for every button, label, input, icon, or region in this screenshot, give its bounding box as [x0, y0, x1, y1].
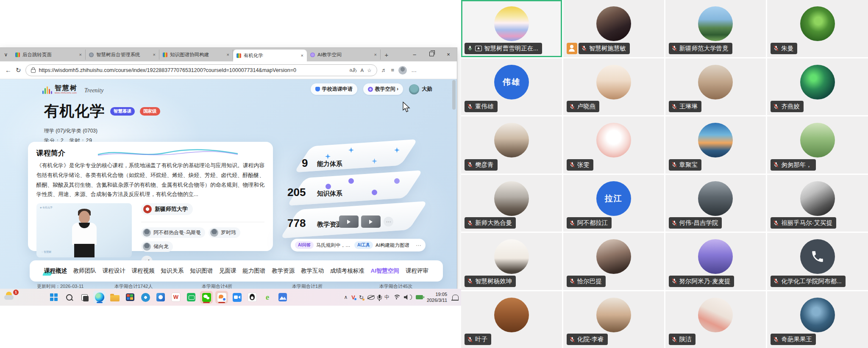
chat-app-icon[interactable] — [215, 291, 228, 304]
course-nav-tab[interactable]: 教学互动 — [301, 267, 324, 275]
participant-tile[interactable]: 何伟-昌吉学院 — [665, 175, 766, 232]
read-aloud-icon[interactable]: A — [361, 68, 364, 73]
browser-tab[interactable]: 有机化学 × — [233, 50, 307, 61]
participant-tile[interactable]: 张雯 — [563, 116, 664, 174]
course-nav-tab[interactable]: 课程评审 — [406, 267, 428, 275]
minimize-button[interactable]: – — [406, 48, 423, 61]
course-nav-tab[interactable]: AI智慧空间 — [371, 267, 400, 275]
green-app-icon[interactable] — [185, 291, 198, 304]
store-icon[interactable] — [124, 291, 136, 304]
wps-icon[interactable]: W — [170, 291, 182, 304]
course-nav-tab[interactable]: 见面课 — [219, 267, 236, 275]
participant-tile[interactable]: 化学化工学院阿布都... — [767, 233, 868, 290]
photos-app-icon[interactable] — [154, 291, 167, 304]
course-nav-tab[interactable]: 教学资源 — [272, 267, 295, 275]
weather-widget[interactable]: 1 — [4, 291, 19, 304]
participant-tile[interactable]: 智慧树曹雪明正在... — [461, 0, 562, 57]
url-field[interactable]: https://wisdomh5.zhihuishu.com/course/in… — [25, 64, 377, 76]
back-icon[interactable]: ← — [5, 66, 11, 74]
browser-tab[interactable]: 知识图谱协同构建 × — [159, 50, 233, 60]
school-apply-button[interactable]: 学校选课申请 — [311, 83, 357, 95]
translate-icon[interactable]: aあ — [349, 67, 357, 73]
participant-tile[interactable]: 樊彦青 — [461, 116, 562, 174]
favorite-star-icon[interactable]: ☆ — [367, 67, 371, 73]
user-menu[interactable]: 大勋 — [409, 84, 432, 94]
participant-tile[interactable]: 卢晓燕 — [563, 58, 664, 116]
tencent-meeting-icon[interactable] — [231, 291, 243, 304]
course-nav-tab[interactable]: 课程概述 — [44, 267, 67, 275]
tray-eye-off-icon[interactable] — [367, 295, 375, 300]
participant-tile[interactable]: 陕洁 — [665, 291, 766, 348]
task-view-icon[interactable] — [78, 291, 91, 304]
browser-menu-icon[interactable]: … — [411, 67, 417, 73]
participant-tile[interactable]: 智慧树施慧敏 — [563, 0, 664, 57]
video-thumbnail[interactable] — [361, 215, 381, 228]
participant-tile[interactable]: 章聚宝 — [665, 116, 766, 174]
edge-icon[interactable] — [93, 291, 106, 304]
video-thumbnail[interactable] — [339, 215, 359, 228]
ime-indicator[interactable]: 中 — [384, 294, 389, 301]
refresh-icon[interactable]: ↻ — [16, 66, 21, 74]
volume-icon[interactable] — [404, 295, 409, 300]
tab-close-icon[interactable]: × — [374, 52, 377, 57]
participant-tile[interactable]: 叶子 — [461, 291, 562, 348]
ai-assistant-bar[interactable]: AI问答 马氏规则中，电... AI工具 AI构建能力图谱 ⋯ — [291, 239, 426, 251]
notification-center-icon[interactable] — [452, 295, 459, 300]
teacher-pill[interactable]: 罗时玮 — [209, 227, 240, 238]
knowledge-system-card[interactable] — [287, 170, 423, 206]
tab-close-icon[interactable]: × — [227, 52, 229, 57]
university-pill[interactable]: 新疆师范大学 — [141, 203, 193, 215]
close-button[interactable]: × — [440, 48, 457, 61]
participant-tile[interactable]: 新师大热合曼 — [461, 175, 562, 232]
tray-vpn-icon[interactable]: V — [351, 294, 355, 301]
url-text[interactable]: https://wisdomh5.zhihuishu.com/course/in… — [39, 67, 346, 73]
zhihuishu-logo[interactable]: 智慧树 www.zhihuishu.com Treenity — [42, 85, 103, 94]
teacher-pill[interactable]: 阿不都热合曼·乌斯曼 — [141, 227, 205, 238]
wifi-icon[interactable] — [393, 295, 400, 300]
course-nav-tab[interactable]: 课程设计 — [103, 267, 125, 275]
participant-tile[interactable]: 恰尔巴提 — [563, 233, 664, 290]
docs-app-icon[interactable] — [276, 291, 289, 304]
qq-icon[interactable] — [246, 291, 259, 304]
restore-button[interactable] — [423, 48, 440, 61]
teacher-pill[interactable]: 储向龙 — [141, 241, 173, 252]
browser-tab[interactable]: AI教学空间 × — [307, 50, 381, 60]
blue-circle-app-icon[interactable] — [139, 291, 152, 304]
page-scrollbar[interactable] — [452, 80, 456, 110]
ability-system-card[interactable] — [294, 139, 418, 173]
collections-icon[interactable]: ≡ — [391, 67, 395, 73]
course-nav-tab[interactable]: 知识图谱 — [190, 267, 213, 275]
browser-profile-avatar[interactable] — [398, 66, 407, 75]
participant-tile[interactable]: 奇葩果果王 — [767, 291, 868, 348]
more-resources-button[interactable]: ⋯ — [384, 217, 393, 226]
participant-tile[interactable]: 朱曼 — [767, 0, 868, 57]
file-explorer-icon[interactable] — [108, 291, 121, 304]
browser-tab[interactable]: 智慧树后台管理系统 × — [86, 50, 159, 60]
search-icon[interactable] — [63, 291, 75, 304]
participant-tile[interactable]: 齐燕姣 — [767, 58, 868, 116]
battery-icon[interactable] — [416, 295, 423, 299]
course-video-thumbnail[interactable]: ◈ 有机化学 ◌ 智慧树 — [36, 203, 132, 257]
participant-tile[interactable]: 匆匆那年， — [767, 116, 868, 174]
tab-search-chevron-icon[interactable]: ∨ — [0, 52, 12, 58]
tab-close-icon[interactable]: × — [153, 52, 156, 57]
participant-tile[interactable]: 王琳琳 — [665, 58, 766, 116]
course-nav-tab[interactable]: 能力图谱 — [242, 267, 265, 275]
tray-mic-icon[interactable] — [378, 295, 381, 298]
course-nav-tab[interactable]: 成绩考核标准 — [330, 267, 364, 275]
tab-close-icon[interactable]: × — [79, 52, 82, 57]
participant-tile[interactable]: 伟雄 董伟雄 — [461, 58, 562, 116]
browser-essentials-icon[interactable]: ♬ — [381, 67, 387, 73]
taskbar-clock[interactable]: 19:05 2026/3/11 — [427, 291, 447, 304]
teaching-space-button[interactable]: 教学空间 › — [363, 83, 403, 95]
participant-tile[interactable]: 智慧树杨效坤 — [461, 233, 562, 290]
course-nav-tab[interactable]: 课程视频 — [131, 267, 154, 275]
new-tab-button[interactable]: + — [381, 51, 392, 58]
participant-tile[interactable]: 努尔阿米乃·麦麦提 — [665, 233, 766, 290]
tray-chevron-icon[interactable]: ∧ — [344, 294, 348, 300]
course-nav-tab[interactable]: 知识关系 — [161, 267, 184, 275]
wechat-icon[interactable] — [200, 291, 213, 304]
ie-icon[interactable]: e — [261, 291, 274, 304]
ai-more-icon[interactable]: ⋯ — [416, 242, 421, 249]
course-nav-tab[interactable]: 教师团队 — [73, 267, 96, 275]
